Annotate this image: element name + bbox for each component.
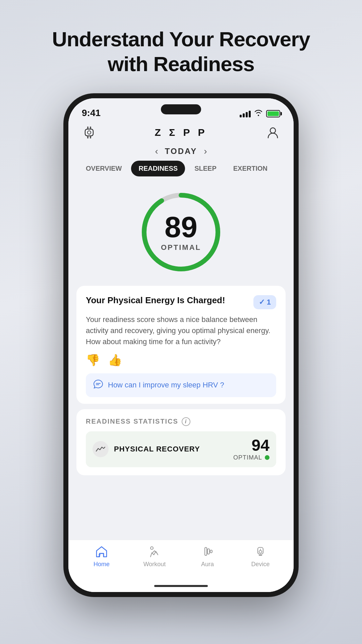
ai-question-button[interactable]: How can I improve my sleep HRV ? [86, 373, 276, 397]
date-nav: ‹ TODAY › [68, 143, 294, 161]
stat-value-container: 94 OPTIMAL [233, 437, 269, 461]
aura-icon [201, 545, 214, 559]
prev-date-button[interactable]: ‹ [155, 146, 158, 157]
profile-icon[interactable] [265, 125, 280, 140]
app-logo: Z Σ P P [155, 127, 207, 138]
nav-device[interactable]: Device [234, 545, 287, 568]
tab-readiness[interactable]: READINESS [131, 161, 185, 176]
chat-icon [93, 379, 103, 391]
insight-card: Your Physical Energy Is Charged! ✓ 1 You… [76, 286, 286, 404]
nav-home[interactable]: Home [75, 545, 128, 568]
badge: ✓ 1 [253, 295, 276, 309]
svg-rect-5 [90, 136, 91, 139]
stat-status-physical-recovery: OPTIMAL [233, 454, 269, 461]
svg-rect-2 [87, 126, 88, 129]
stats-section-label: READINESS STATISTICS i [86, 417, 276, 426]
device-icon [254, 545, 267, 559]
dynamic-island [161, 104, 201, 114]
score-label: OPTIMAL [161, 243, 201, 252]
svg-point-6 [270, 128, 276, 133]
svg-point-1 [87, 131, 91, 134]
home-indicator [68, 580, 294, 592]
phone-screen: 9:41 [68, 98, 294, 592]
app-header: Z Σ P P [68, 122, 294, 143]
stat-icon [93, 441, 109, 457]
stat-name-physical-recovery: PHYSICAL RECOVERY [114, 445, 200, 453]
nav-workout[interactable]: Workout [128, 545, 181, 568]
svg-rect-3 [90, 126, 91, 129]
signal-icon [240, 110, 251, 117]
svg-point-14 [259, 550, 262, 553]
svg-rect-12 [210, 550, 212, 553]
wifi-icon [254, 109, 263, 118]
status-time: 9:41 [82, 108, 101, 118]
status-dot [265, 455, 269, 460]
svg-rect-4 [87, 136, 88, 139]
home-bar [154, 585, 208, 587]
score-section: 89 OPTIMAL [68, 182, 294, 286]
cards-area: Your Physical Energy Is Charged! ✓ 1 You… [68, 286, 294, 540]
svg-rect-16 [259, 555, 262, 556]
card-header: Your Physical Energy Is Charged! ✓ 1 [86, 295, 276, 309]
score-value: 89 [161, 212, 201, 242]
phone-shell: 9:41 [64, 94, 298, 597]
nav-aura[interactable]: Aura [181, 545, 234, 568]
ai-question-text: How can I improve my sleep HRV ? [108, 381, 224, 389]
insight-body: Your readiness score shows a nice balanc… [86, 314, 276, 347]
nav-workout-label: Workout [143, 561, 166, 568]
badge-count: 1 [267, 298, 271, 307]
nav-home-label: Home [94, 561, 110, 568]
stat-row-physical-recovery[interactable]: PHYSICAL RECOVERY 94 OPTIMAL [86, 431, 276, 467]
home-icon [95, 545, 108, 559]
page-title: Understand Your Recovery with Readiness [52, 27, 310, 77]
svg-rect-10 [205, 547, 207, 555]
nav-device-label: Device [251, 561, 269, 568]
svg-rect-11 [207, 549, 209, 554]
content-scroll: 89 OPTIMAL Your Physical Energy Is Charg… [68, 182, 294, 540]
insight-title: Your Physical Energy Is Charged! [86, 295, 225, 306]
svg-rect-0 [85, 129, 93, 136]
workout-icon [148, 545, 161, 559]
tab-overview[interactable]: OVERVIEW [78, 161, 129, 176]
thumbs-up-button[interactable]: 👍 [108, 353, 122, 367]
date-label: TODAY [165, 147, 197, 156]
tab-exertion[interactable]: EXERTION [226, 161, 275, 176]
tab-sleep[interactable]: SLEEP [187, 161, 224, 176]
readiness-ring: 89 OPTIMAL [137, 189, 225, 276]
nav-aura-label: Aura [201, 561, 214, 568]
watch-icon[interactable] [82, 125, 97, 140]
tabs-bar: OVERVIEW READINESS SLEEP EXERTION [68, 161, 294, 182]
stat-value-physical-recovery: 94 [233, 437, 269, 453]
battery-icon [266, 110, 280, 117]
status-icons [240, 109, 280, 118]
score-display: 89 OPTIMAL [161, 212, 201, 252]
check-icon: ✓ [259, 298, 265, 307]
next-date-button[interactable]: › [204, 146, 207, 157]
thumbs-down-button[interactable]: 👎 [86, 353, 100, 367]
bottom-nav: Home Workout [68, 540, 294, 580]
stat-row-left: PHYSICAL RECOVERY [93, 441, 200, 457]
svg-point-9 [150, 547, 153, 549]
feedback-icons: 👎 👍 [86, 353, 276, 367]
stats-card: READINESS STATISTICS i PHYSICAL RECOVERY [76, 409, 286, 475]
info-icon[interactable]: i [182, 417, 190, 426]
